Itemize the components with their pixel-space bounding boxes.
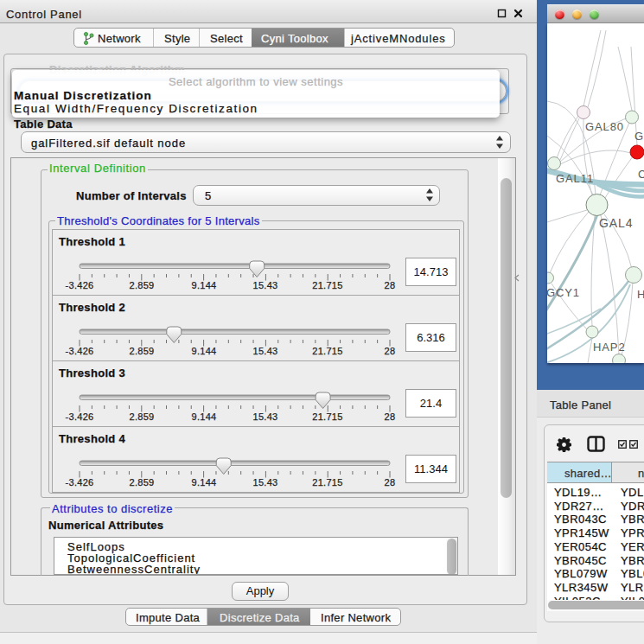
svg-text:GCY1: GCY1 [547, 286, 580, 299]
svg-text:H: H [637, 288, 644, 301]
svg-text:HAP2: HAP2 [593, 341, 626, 354]
svg-text:GAL11: GAL11 [556, 172, 594, 185]
svg-text:C: C [638, 168, 644, 181]
svg-text:GAL80: GAL80 [585, 120, 624, 133]
svg-text:G.: G. [634, 130, 644, 143]
svg-text:GAL4: GAL4 [599, 216, 633, 230]
